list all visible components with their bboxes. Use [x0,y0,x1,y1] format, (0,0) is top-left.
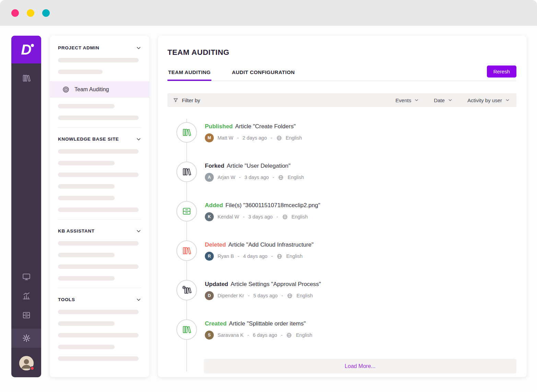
event-meta: S Saravana K - 6 days ago - English [205,331,312,340]
audit-event-row: UpdatedArticle Settings "Approval Proces… [167,280,516,300]
skeleton-bar [58,116,139,120]
disc-icon [62,86,70,93]
nav-header-kb-assistant[interactable]: KB ASSISTANT [58,228,141,234]
sidebar-item-team-auditing[interactable]: Team Auditing [50,81,149,98]
user-avatar[interactable] [19,356,34,370]
event-user: Kendal W [218,214,239,219]
filter-by[interactable]: Filter by [173,97,200,103]
books-icon [176,240,197,261]
avatar: D [205,291,214,300]
skeleton-bar [58,356,139,361]
skeleton-bar [58,264,139,269]
audit-event-row: CreatedArticle "Splittable order items" … [167,319,516,340]
app-content: D PROJECT ADMIN [0,26,537,392]
books-icon [176,162,197,182]
skeleton-bar [58,173,139,177]
activity-by-user-dropdown[interactable]: Activity by user [467,97,510,103]
side-nav: PROJECT ADMIN Team Auditing KNOWLEDGE BA… [50,36,149,377]
event-user: Ryan B [218,253,234,259]
event-title: AddedFile(s) "360011510718mceclip2.png" [205,202,320,209]
nav-header-tools[interactable]: TOOLS [58,297,141,302]
events-dropdown[interactable]: Events [396,97,419,103]
nav-section-knowledge-base-site: KNOWLEDGE BASE SITE [58,127,141,212]
audit-event-row: AddedFile(s) "360011510718mceclip2.png" … [167,201,516,222]
event-title: UpdatedArticle Settings "Approval Proces… [205,281,321,288]
skeleton-bar [58,184,115,189]
gear-icon [22,334,31,343]
refresh-button[interactable]: Reresh [487,66,516,78]
audit-timeline: PublishedArticle "Create Folders" M Matt… [167,122,516,373]
skeleton-bar [58,310,139,314]
event-time: 4 days ago [243,253,267,259]
event-action: Deleted [205,241,226,248]
window-titlebar [0,0,537,26]
meta-separator: - [239,175,241,180]
skeleton-bar [58,104,115,108]
meta-separator: - [272,175,274,180]
analytics-chart-icon[interactable] [22,292,31,300]
settings-nav-active[interactable] [11,329,41,348]
globe-icon [287,293,293,299]
globe-icon [278,175,284,180]
window-minimize-dot[interactable] [27,9,34,17]
app-logo[interactable]: D [11,36,41,63]
drive-drawer-icon[interactable] [22,311,31,320]
event-user: Saravana K [218,332,244,338]
avatar: A [205,173,214,182]
event-text[interactable]: Article "Create Folders" [235,123,295,130]
event-text[interactable]: Article Settings "Approval Process" [231,281,321,287]
skeleton-bar [58,161,115,165]
event-user: Arjan W [218,175,235,180]
tab-team-auditing[interactable]: TEAM AUDITING [167,65,211,81]
event-body: ForkedArticle "User Delegation" A Arjan … [205,162,304,182]
nav-header-project-admin[interactable]: PROJECT ADMIN [58,45,141,50]
avatar: S [205,331,214,340]
skeleton-bar [58,333,139,337]
meta-separator: - [247,332,249,338]
event-text[interactable]: Article "User Delegation" [227,163,291,169]
event-title: CreatedArticle "Splittable order items" [205,320,312,327]
tab-audit-configuration[interactable]: AUDIT CONFIGURATION [231,65,295,81]
page-title: TEAM AUDITING [167,48,516,57]
event-action: Created [205,320,226,327]
event-body: PublishedArticle "Create Folders" M Matt… [205,122,302,143]
load-more-button[interactable]: Load More... [204,359,516,373]
notification-dot [30,366,34,370]
skeleton-bar [58,58,139,62]
event-text[interactable]: Article "Splittable order items" [229,320,306,327]
date-dropdown[interactable]: Date [434,97,452,103]
event-meta: A Arjan W - 3 days ago - English [205,173,304,182]
library-books-icon[interactable] [22,74,31,83]
meta-separator: - [277,214,278,219]
skeleton-bar [58,196,115,200]
drawer-icon [176,201,197,222]
window-maximize-dot[interactable] [42,9,50,17]
meta-separator: - [237,135,239,141]
event-time: 2 days ago [243,135,267,141]
meta-separator: - [281,293,283,298]
meta-separator: - [271,135,272,141]
meta-separator: - [271,253,273,259]
chevron-down-icon [415,98,419,102]
event-text[interactable]: Article "Add Cloud Infrastructure" [228,241,313,248]
event-action: Forked [205,163,224,169]
skeleton-bar [58,253,115,257]
event-action: Updated [205,281,228,287]
nav-item-label: Team Auditing [74,86,109,93]
monitor-icon[interactable] [22,272,31,281]
nav-section-label: TOOLS [58,297,75,302]
globe-icon [282,214,288,220]
globe-icon [277,253,282,259]
window-close-dot[interactable] [11,9,19,17]
meta-separator: - [238,253,240,259]
event-language: English [286,253,303,259]
icon-rail: D [11,36,41,377]
event-text[interactable]: File(s) "360011510718mceclip2.png" [225,202,320,209]
event-time: 3 days ago [244,175,269,180]
event-meta: M Matt W - 2 days ago - English [205,133,302,142]
chevron-down-icon [136,229,141,234]
app-window: D PROJECT ADMIN [0,0,537,392]
filter-by-label: Filter by [182,97,200,103]
filter-funnel-icon [173,97,178,103]
nav-header-knowledge-base-site[interactable]: KNOWLEDGE BASE SITE [58,136,141,142]
